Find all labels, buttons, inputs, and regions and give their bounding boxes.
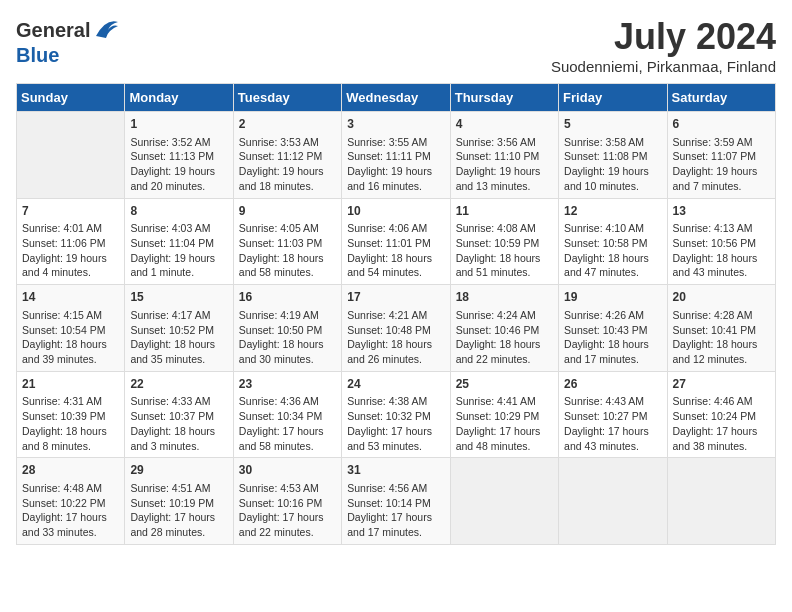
day-info-line: Sunrise: 4:10 AM <box>564 221 661 236</box>
logo-general-text: General <box>16 19 90 42</box>
day-info-line: Sunset: 11:11 PM <box>347 149 444 164</box>
calendar-cell: 8Sunrise: 4:03 AMSunset: 11:04 PMDayligh… <box>125 198 233 285</box>
day-number: 27 <box>673 376 770 393</box>
day-info-line: Sunrise: 4:15 AM <box>22 308 119 323</box>
day-info-line: Sunrise: 3:56 AM <box>456 135 553 150</box>
day-number: 28 <box>22 462 119 479</box>
calendar-cell <box>17 112 125 199</box>
calendar-week-row: 14Sunrise: 4:15 AMSunset: 10:54 PMDaylig… <box>17 285 776 372</box>
day-info-line: Sunset: 10:16 PM <box>239 496 336 511</box>
calendar-cell: 11Sunrise: 4:08 AMSunset: 10:59 PMDaylig… <box>450 198 558 285</box>
logo-blue-text: Blue <box>16 44 59 66</box>
day-info-line: Sunset: 10:59 PM <box>456 236 553 251</box>
calendar-cell: 29Sunrise: 4:51 AMSunset: 10:19 PMDaylig… <box>125 458 233 545</box>
calendar-cell: 13Sunrise: 4:13 AMSunset: 10:56 PMDaylig… <box>667 198 775 285</box>
day-info-line: Daylight: 19 hours <box>22 251 119 266</box>
day-number: 11 <box>456 203 553 220</box>
day-info-line: Sunrise: 4:19 AM <box>239 308 336 323</box>
day-number: 10 <box>347 203 444 220</box>
day-info-line: Sunset: 10:52 PM <box>130 323 227 338</box>
calendar-cell: 31Sunrise: 4:56 AMSunset: 10:14 PMDaylig… <box>342 458 450 545</box>
calendar-cell: 23Sunrise: 4:36 AMSunset: 10:34 PMDaylig… <box>233 371 341 458</box>
day-info-line: Sunrise: 4:21 AM <box>347 308 444 323</box>
day-info-line: Daylight: 18 hours <box>22 424 119 439</box>
calendar-cell <box>559 458 667 545</box>
day-info-line: Sunset: 11:04 PM <box>130 236 227 251</box>
day-info-line: and 47 minutes. <box>564 265 661 280</box>
day-info-line: Sunset: 11:03 PM <box>239 236 336 251</box>
day-info-line: Sunrise: 4:17 AM <box>130 308 227 323</box>
weekday-header-sunday: Sunday <box>17 84 125 112</box>
day-info-line: Sunrise: 4:31 AM <box>22 394 119 409</box>
calendar-cell: 2Sunrise: 3:53 AMSunset: 11:12 PMDayligh… <box>233 112 341 199</box>
weekday-header-monday: Monday <box>125 84 233 112</box>
day-number: 1 <box>130 116 227 133</box>
day-info-line: Daylight: 17 hours <box>347 424 444 439</box>
day-info-line: and 43 minutes. <box>564 439 661 454</box>
day-info-line: and 8 minutes. <box>22 439 119 454</box>
day-number: 25 <box>456 376 553 393</box>
day-number: 18 <box>456 289 553 306</box>
day-info-line: Sunset: 10:46 PM <box>456 323 553 338</box>
header: General Blue July 2024 Suodenniemi, Pirk… <box>16 16 776 75</box>
day-info-line: Sunrise: 4:53 AM <box>239 481 336 496</box>
day-info-line: Daylight: 18 hours <box>564 251 661 266</box>
day-info-line: Sunset: 11:08 PM <box>564 149 661 164</box>
day-info-line: Sunrise: 3:58 AM <box>564 135 661 150</box>
calendar-cell: 26Sunrise: 4:43 AMSunset: 10:27 PMDaylig… <box>559 371 667 458</box>
day-info-line: and 30 minutes. <box>239 352 336 367</box>
day-info-line: Daylight: 18 hours <box>239 251 336 266</box>
day-info-line: Daylight: 17 hours <box>456 424 553 439</box>
day-info-line: Sunrise: 4:51 AM <box>130 481 227 496</box>
day-info-line: and 13 minutes. <box>456 179 553 194</box>
calendar-cell: 18Sunrise: 4:24 AMSunset: 10:46 PMDaylig… <box>450 285 558 372</box>
day-info-line: Sunset: 10:56 PM <box>673 236 770 251</box>
day-number: 14 <box>22 289 119 306</box>
day-info-line: and 22 minutes. <box>456 352 553 367</box>
day-info-line: and 51 minutes. <box>456 265 553 280</box>
day-info-line: Sunrise: 4:56 AM <box>347 481 444 496</box>
calendar-week-row: 7Sunrise: 4:01 AMSunset: 11:06 PMDayligh… <box>17 198 776 285</box>
calendar-cell: 27Sunrise: 4:46 AMSunset: 10:24 PMDaylig… <box>667 371 775 458</box>
logo-bird-icon <box>92 16 120 40</box>
day-number: 22 <box>130 376 227 393</box>
day-info-line: Daylight: 18 hours <box>130 337 227 352</box>
day-info-line: Sunset: 11:07 PM <box>673 149 770 164</box>
day-info-line: Daylight: 18 hours <box>347 251 444 266</box>
day-info-line: Sunrise: 4:13 AM <box>673 221 770 236</box>
day-info-line: Sunrise: 3:59 AM <box>673 135 770 150</box>
day-info-line: Sunset: 10:58 PM <box>564 236 661 251</box>
day-number: 12 <box>564 203 661 220</box>
calendar-cell: 10Sunrise: 4:06 AMSunset: 11:01 PMDaylig… <box>342 198 450 285</box>
day-info-line: Sunset: 10:34 PM <box>239 409 336 424</box>
day-number: 21 <box>22 376 119 393</box>
day-info-line: Sunset: 10:32 PM <box>347 409 444 424</box>
weekday-header-friday: Friday <box>559 84 667 112</box>
day-info-line: Daylight: 17 hours <box>130 510 227 525</box>
day-info-line: and 58 minutes. <box>239 265 336 280</box>
day-info-line: Daylight: 18 hours <box>347 337 444 352</box>
day-info-line: and 16 minutes. <box>347 179 444 194</box>
day-info-line: Sunrise: 4:41 AM <box>456 394 553 409</box>
weekday-header-row: SundayMondayTuesdayWednesdayThursdayFrid… <box>17 84 776 112</box>
calendar-cell: 9Sunrise: 4:05 AMSunset: 11:03 PMDayligh… <box>233 198 341 285</box>
day-info-line: Daylight: 19 hours <box>673 164 770 179</box>
calendar-cell: 25Sunrise: 4:41 AMSunset: 10:29 PMDaylig… <box>450 371 558 458</box>
day-info-line: Daylight: 19 hours <box>564 164 661 179</box>
calendar-cell: 17Sunrise: 4:21 AMSunset: 10:48 PMDaylig… <box>342 285 450 372</box>
day-info-line: Sunrise: 3:52 AM <box>130 135 227 150</box>
day-info-line: Daylight: 17 hours <box>239 424 336 439</box>
weekday-header-wednesday: Wednesday <box>342 84 450 112</box>
calendar-cell: 6Sunrise: 3:59 AMSunset: 11:07 PMDayligh… <box>667 112 775 199</box>
day-info-line: Sunset: 10:29 PM <box>456 409 553 424</box>
day-info-line: and 28 minutes. <box>130 525 227 540</box>
day-info-line: Sunset: 10:19 PM <box>130 496 227 511</box>
day-info-line: and 33 minutes. <box>22 525 119 540</box>
day-info-line: Daylight: 18 hours <box>564 337 661 352</box>
day-info-line: and 43 minutes. <box>673 265 770 280</box>
calendar-week-row: 21Sunrise: 4:31 AMSunset: 10:39 PMDaylig… <box>17 371 776 458</box>
day-info-line: Sunset: 10:24 PM <box>673 409 770 424</box>
calendar-cell: 28Sunrise: 4:48 AMSunset: 10:22 PMDaylig… <box>17 458 125 545</box>
weekday-header-thursday: Thursday <box>450 84 558 112</box>
calendar-cell: 30Sunrise: 4:53 AMSunset: 10:16 PMDaylig… <box>233 458 341 545</box>
